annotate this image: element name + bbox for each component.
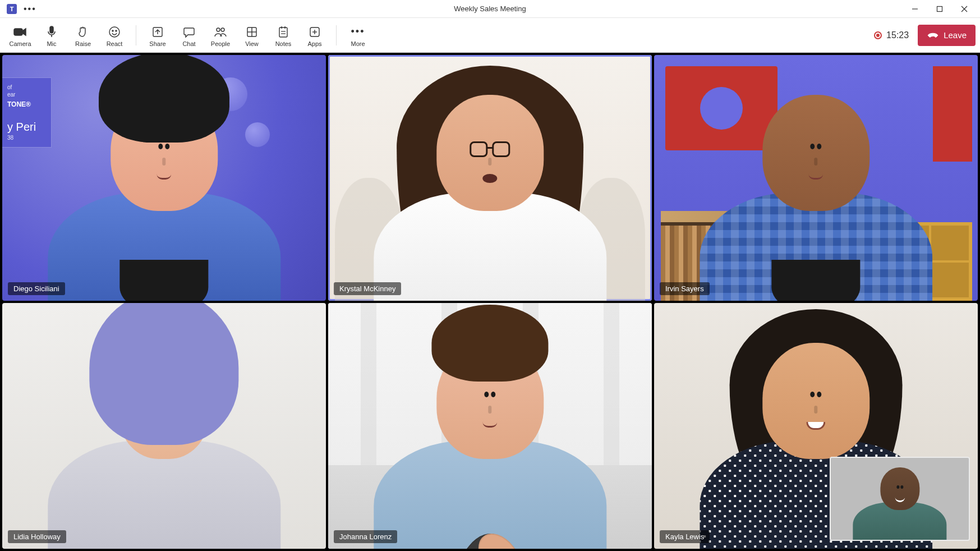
- participant-tile[interactable]: Irvin Sayers: [654, 55, 978, 301]
- people-button[interactable]: People: [205, 24, 236, 47]
- titlebar: T ••• Weekly Sales Meeting: [0, 0, 980, 18]
- separator: [136, 25, 136, 45]
- svg-point-11: [217, 28, 220, 31]
- video-grid: ofear TONE® y Peri 38 Diego Siciliani: [0, 53, 980, 551]
- share-button[interactable]: Share: [142, 24, 173, 47]
- view-button[interactable]: View: [236, 24, 268, 47]
- window-title: Weekly Sales Meeting: [454, 4, 526, 13]
- more-icon: •••: [351, 26, 365, 38]
- teams-logo-icon: T: [7, 4, 17, 14]
- avatar: [48, 323, 280, 549]
- svg-point-8: [112, 30, 113, 31]
- avatar: [853, 462, 946, 540]
- svg-point-9: [116, 30, 117, 31]
- mic-button[interactable]: Mic: [36, 24, 67, 47]
- raise-hand-icon: [77, 26, 89, 38]
- participant-name: Krystal McKinney: [334, 282, 401, 295]
- svg-point-7: [109, 27, 119, 37]
- meeting-toolbar: Camera Mic Raise React Share: [0, 18, 980, 53]
- share-icon: [151, 26, 164, 38]
- apps-label: Apps: [307, 40, 321, 47]
- pantone-card: ofear TONE® y Peri 38: [2, 77, 52, 148]
- more-options-icon[interactable]: •••: [24, 4, 36, 14]
- avatar: [374, 323, 606, 549]
- camera-icon: [13, 26, 27, 38]
- participant-name: Diego Siciliani: [8, 282, 65, 295]
- participant-name: Irvin Sayers: [660, 282, 710, 295]
- camera-label: Camera: [9, 40, 31, 47]
- svg-rect-1: [937, 6, 942, 11]
- people-icon: [214, 26, 227, 38]
- leave-button[interactable]: Leave: [918, 25, 976, 46]
- react-icon: [108, 26, 121, 38]
- avatar: [374, 75, 606, 301]
- hangup-icon: [927, 30, 939, 40]
- separator: [336, 25, 337, 45]
- people-label: People: [211, 40, 230, 47]
- participant-name: Lidia Holloway: [8, 530, 66, 543]
- participant-tile[interactable]: Krystal McKinney: [328, 55, 652, 301]
- camera-button[interactable]: Camera: [4, 24, 36, 47]
- participant-name: Kayla Lewis: [660, 530, 710, 543]
- apps-icon: [309, 26, 320, 38]
- notes-label: Notes: [275, 40, 292, 47]
- background-decor: [933, 66, 972, 162]
- recording-icon: [874, 31, 882, 39]
- more-button[interactable]: ••• More: [342, 24, 374, 47]
- participant-tile[interactable]: Johanna Lorenz: [328, 303, 652, 549]
- raise-label: Raise: [75, 40, 91, 47]
- share-label: Share: [149, 40, 165, 47]
- svg-rect-16: [279, 27, 287, 37]
- meeting-duration: 15:23: [886, 30, 909, 40]
- participant-tile[interactable]: Kayla Lewis: [654, 303, 978, 549]
- recording-indicator: 15:23: [874, 30, 909, 40]
- react-label: React: [107, 40, 123, 47]
- apps-button[interactable]: Apps: [299, 24, 330, 47]
- more-label: More: [351, 40, 365, 47]
- minimize-button[interactable]: [904, 1, 926, 17]
- close-button[interactable]: [953, 1, 976, 17]
- mic-icon: [47, 26, 57, 38]
- self-view[interactable]: [830, 457, 970, 541]
- view-icon: [246, 26, 257, 38]
- raise-hand-button[interactable]: Raise: [67, 24, 99, 47]
- chat-label: Chat: [182, 40, 195, 47]
- chat-button[interactable]: Chat: [173, 24, 205, 47]
- notes-button[interactable]: Notes: [268, 24, 299, 47]
- chat-icon: [183, 26, 195, 38]
- mic-label: Mic: [47, 40, 56, 47]
- participant-name: Johanna Lorenz: [334, 530, 397, 543]
- react-button[interactable]: React: [99, 24, 130, 47]
- svg-rect-4: [14, 29, 22, 35]
- svg-point-12: [221, 28, 224, 31]
- avatar: [700, 75, 932, 301]
- svg-rect-5: [50, 26, 53, 33]
- view-label: View: [245, 40, 259, 47]
- notes-icon: [278, 26, 289, 38]
- avatar: [48, 75, 280, 301]
- leave-label: Leave: [944, 30, 967, 40]
- maximize-button[interactable]: [928, 1, 951, 17]
- participant-tile[interactable]: ofear TONE® y Peri 38 Diego Siciliani: [2, 55, 326, 301]
- participant-tile[interactable]: Lidia Holloway: [2, 303, 326, 549]
